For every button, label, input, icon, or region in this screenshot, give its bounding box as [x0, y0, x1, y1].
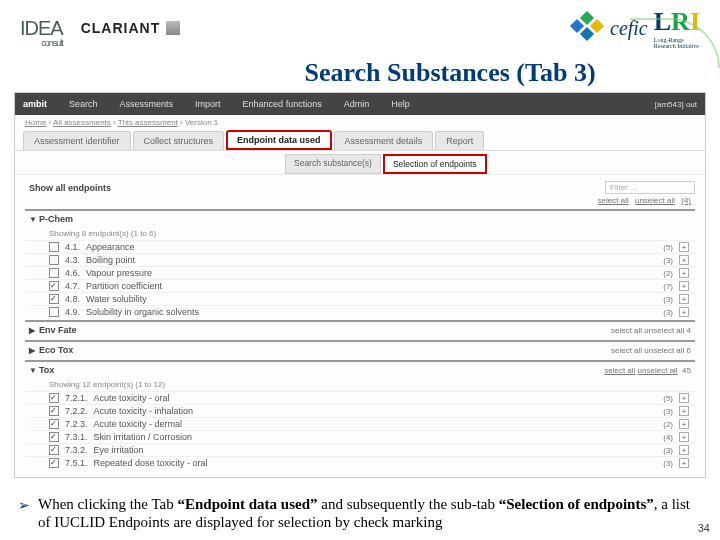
section-tox: ▼ Tox select all unselect all 45 Showing… — [25, 360, 695, 469]
endpoint-row[interactable]: 4.7.Partition coefficient(7)+ — [25, 279, 695, 292]
idea-logo-sub: consult — [41, 38, 63, 48]
tab-assessment-identifier[interactable]: Assessment identifier — [23, 131, 131, 150]
menu-import[interactable]: Import — [195, 99, 221, 109]
subtab-selection-endpoints[interactable]: Selection of endpoints — [383, 154, 487, 174]
menu-assessments[interactable]: Assessments — [120, 99, 174, 109]
row-count: (2) — [663, 420, 673, 429]
row-label: Skin irritation / Corrosion — [94, 432, 193, 442]
expand-row-icon[interactable]: + — [679, 393, 689, 403]
row-checkbox[interactable] — [49, 294, 59, 304]
row-count: (3) — [663, 295, 673, 304]
endpoint-row[interactable]: 4.6.Vapour pressure(2)+ — [25, 266, 695, 279]
app-brand: ambit — [23, 99, 47, 109]
endpoint-row[interactable]: 7.3.2.Eye irritation(3)+ — [25, 443, 695, 456]
expand-icon[interactable]: ▶ — [29, 326, 39, 335]
menu-help[interactable]: Help — [391, 99, 410, 109]
row-checkbox[interactable] — [49, 255, 59, 265]
expand-row-icon[interactable]: + — [679, 281, 689, 291]
select-links: select all unselect all (4) — [15, 196, 705, 207]
row-checkbox[interactable] — [49, 242, 59, 252]
expand-row-icon[interactable]: + — [679, 419, 689, 429]
subtab-search-substance[interactable]: Search substance(s) — [285, 154, 381, 174]
row-checkbox[interactable] — [49, 268, 59, 278]
row-label: Solubility in organic solvents — [86, 307, 199, 317]
app-screenshot: ambit Search Assessments Import Enhanced… — [14, 92, 706, 478]
tab-report[interactable]: Report — [435, 131, 484, 150]
expand-row-icon[interactable]: + — [679, 268, 689, 278]
section-head-ecotox[interactable]: ▶ Eco Tox select all unselect all 6 — [25, 342, 695, 358]
endpoint-row[interactable]: 7.3.1.Skin irritation / Corrosion(4)+ — [25, 430, 695, 443]
show-all-label: Show all endpoints — [29, 183, 111, 193]
menu-admin[interactable]: Admin — [344, 99, 370, 109]
expand-row-icon[interactable]: + — [679, 242, 689, 252]
clariant-logo: CLARIANT — [81, 20, 181, 36]
row-checkbox[interactable] — [49, 432, 59, 442]
endpoint-row[interactable]: 7.2.2.Acute toxicity - inhalation(3)+ — [25, 404, 695, 417]
endpoint-row[interactable]: 4.8.Water solubility(3)+ — [25, 292, 695, 305]
expand-row-icon[interactable]: + — [679, 255, 689, 265]
row-code: 7.2.3. — [65, 419, 88, 429]
logo-group-left: IDEA consult CLARIANT — [20, 17, 180, 40]
crumb-this[interactable]: This assessment — [118, 118, 178, 127]
row-label: Acute toxicity - oral — [94, 393, 170, 403]
section-head-tox[interactable]: ▼ Tox select all unselect all 45 — [25, 362, 695, 378]
collapse-icon[interactable]: ▼ — [29, 366, 39, 375]
tab-collect-structures[interactable]: Collect structures — [133, 131, 225, 150]
row-label: Vapour pressure — [86, 268, 152, 278]
section-name: Env Fate — [39, 325, 77, 335]
crumb-all[interactable]: All assessments — [53, 118, 111, 127]
slide-bullet: ➢ When clicking the Tab “Endpoint data u… — [18, 495, 690, 533]
filter-input[interactable]: Filter ... — [605, 181, 695, 194]
slide-title-paren: (Tab 3) — [516, 58, 595, 87]
tab-assessment-details[interactable]: Assessment details — [334, 131, 434, 150]
row-code: 4.9. — [65, 307, 80, 317]
row-checkbox[interactable] — [49, 281, 59, 291]
endpoint-row[interactable]: 7.2.3.Acute toxicity - dermal(2)+ — [25, 417, 695, 430]
row-checkbox[interactable] — [49, 393, 59, 403]
row-code: 4.3. — [65, 255, 80, 265]
expand-row-icon[interactable]: + — [679, 294, 689, 304]
row-checkbox[interactable] — [49, 445, 59, 455]
row-checkbox[interactable] — [49, 406, 59, 416]
expand-row-icon[interactable]: + — [679, 307, 689, 317]
row-checkbox[interactable] — [49, 307, 59, 317]
expand-row-icon[interactable]: + — [679, 432, 689, 442]
expand-row-icon[interactable]: + — [679, 445, 689, 455]
row-count: (5) — [663, 394, 673, 403]
endpoint-row[interactable]: 7.5.1.Repeated dose toxicity - oral(3)+ — [25, 456, 695, 469]
expand-row-icon[interactable]: + — [679, 458, 689, 468]
menu-search[interactable]: Search — [69, 99, 98, 109]
endpoint-row[interactable]: 4.3.Boiling point(3)+ — [25, 253, 695, 266]
tab-endpoint-data-used[interactable]: Endpoint data used — [226, 130, 332, 150]
user-label[interactable]: [am543] out — [655, 100, 697, 109]
section-head-envfate[interactable]: ▶ Env Fate select all unselect all 4 — [25, 322, 695, 338]
collapse-icon[interactable]: ▼ — [29, 215, 39, 224]
row-label: Repeated dose toxicity - oral — [94, 458, 208, 468]
endpoint-row[interactable]: 4.1.Appearance(5)+ — [25, 240, 695, 253]
section-right: select all unselect all 4 — [611, 326, 691, 335]
menu-enhanced[interactable]: Enhanced functions — [243, 99, 322, 109]
tox-rows: 7.2.1.Acute toxicity - oral(5)+7.2.2.Acu… — [25, 391, 695, 469]
section-head-pchem[interactable]: ▼ P-Chem — [25, 211, 695, 227]
endpoint-row[interactable]: 4.9.Solubility in organic solvents(3)+ — [25, 305, 695, 318]
app-menubar: ambit Search Assessments Import Enhanced… — [15, 93, 705, 115]
select-all-link[interactable]: select all — [598, 196, 629, 205]
row-label: Partition coefficient — [86, 281, 162, 291]
clariant-logo-text: CLARIANT — [81, 20, 161, 36]
row-checkbox[interactable] — [49, 458, 59, 468]
row-count: (3) — [663, 308, 673, 317]
expand-row-icon[interactable]: + — [679, 406, 689, 416]
section-envfate: ▶ Env Fate select all unselect all 4 — [25, 320, 695, 338]
row-count: (2) — [663, 269, 673, 278]
unselect-all-link[interactable]: unselect all — [635, 196, 675, 205]
hex-cluster-icon — [570, 13, 604, 43]
row-code: 7.3.1. — [65, 432, 88, 442]
show-all-endpoints[interactable]: Show all endpoints — [25, 183, 111, 193]
row-label: Water solubility — [86, 294, 147, 304]
endpoint-row[interactable]: 7.2.1.Acute toxicity - oral(5)+ — [25, 391, 695, 404]
expand-icon[interactable]: ▶ — [29, 346, 39, 355]
row-count: (7) — [663, 282, 673, 291]
crumb-home[interactable]: Home — [25, 118, 46, 127]
crumb-version: Version 1 — [185, 118, 218, 127]
row-checkbox[interactable] — [49, 419, 59, 429]
